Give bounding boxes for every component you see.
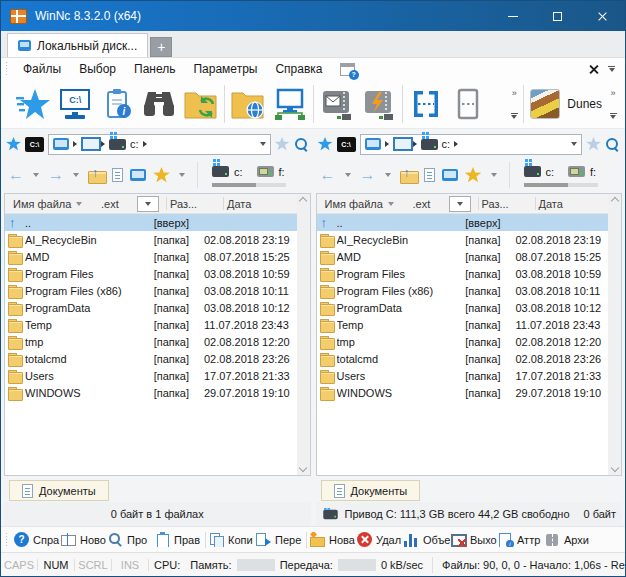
newfolder-button[interactable]: Нова [310, 532, 357, 547]
drive-c-button[interactable]: c: [208, 164, 247, 180]
archive-button[interactable]: Архи [545, 532, 592, 547]
favorites-menu-button[interactable] [465, 167, 482, 183]
vertical-scrollbar[interactable] [608, 194, 621, 475]
clipboard-info-button[interactable]: i [96, 82, 138, 126]
drive-f-button[interactable]: f: [253, 164, 289, 180]
file-row[interactable]: Temp[папка]11.07.2018 23:43 [317, 316, 609, 333]
grip-handle[interactable] [5, 87, 6, 121]
forward-button[interactable]: → [360, 167, 376, 183]
chevron-right-icon[interactable] [143, 141, 147, 147]
theme-band-overflow[interactable]: » [606, 89, 620, 119]
move-button[interactable]: Пере [256, 532, 303, 547]
back-history-dropdown[interactable] [33, 173, 39, 177]
breadcrumb[interactable]: c: [360, 134, 583, 155]
help-button[interactable]: Спра [14, 532, 61, 547]
rename-button[interactable]: Ново [61, 532, 108, 547]
file-row[interactable]: Users[папка]17.07.2018 21:33 [317, 367, 609, 384]
back-button[interactable]: ← [320, 167, 336, 183]
file-row[interactable]: Temp[папка]11.07.2018 23:43 [5, 316, 297, 333]
address-dropdown-icon[interactable] [260, 142, 266, 146]
scroll-up-icon[interactable] [299, 197, 307, 205]
back-history-dropdown[interactable] [345, 173, 351, 177]
file-row[interactable]: ProgramData[папка]03.08.2018 10:12 [317, 299, 609, 316]
file-row[interactable]: Program Files (x86)[папка]03.08.2018 10:… [317, 282, 609, 299]
menu-panel[interactable]: Панель [125, 58, 184, 80]
file-row[interactable]: AMD[папка]08.07.2018 15:25 [5, 248, 297, 265]
inner-close-icon[interactable] [589, 65, 598, 74]
document-view-button[interactable] [424, 168, 435, 182]
breadcrumb[interactable]: c: [48, 134, 271, 155]
back-button[interactable]: ← [8, 167, 24, 183]
zip-mail-button[interactable] [316, 82, 358, 126]
dos-box-icon[interactable]: C:\ [25, 137, 44, 152]
column-size[interactable]: Раз... [482, 198, 532, 210]
chevron-right-icon[interactable] [413, 141, 417, 147]
forward-button[interactable]: → [48, 167, 64, 183]
column-size[interactable]: Раз... [170, 198, 220, 210]
dos-prompt-button[interactable]: C:\ [54, 82, 96, 126]
maximize-button[interactable] [535, 1, 580, 31]
file-row[interactable]: AI_RecycleBin[папка]02.08.2018 23:19 [5, 231, 297, 248]
breadcrumb-drive[interactable]: c: [130, 138, 139, 150]
edit-button[interactable]: Прав [155, 532, 202, 547]
favorites-dropdown[interactable] [491, 173, 497, 177]
exit-button[interactable]: Выхо [451, 532, 498, 547]
attr-button[interactable]: Аттр [498, 532, 545, 547]
toolbar-band-overflow[interactable]: » [507, 89, 521, 119]
column-ext[interactable]: .ext [101, 198, 133, 210]
desktop-view-button[interactable] [130, 169, 146, 181]
file-row[interactable]: ProgramData[папка]03.08.2018 10:12 [5, 299, 297, 316]
scroll-down-icon[interactable] [299, 464, 307, 472]
documents-tab[interactable]: Документы [321, 480, 421, 501]
column-date[interactable]: Дата [539, 198, 609, 210]
scroll-up-icon[interactable] [610, 197, 618, 205]
search-icon[interactable] [294, 137, 309, 152]
file-row[interactable]: Users[папка]17.07.2018 21:33 [5, 367, 297, 384]
column-date[interactable]: Дата [227, 198, 297, 210]
split-horizontal-button[interactable] [405, 82, 447, 126]
column-select-combo[interactable] [449, 196, 471, 212]
help-window-icon[interactable] [340, 63, 355, 76]
file-row[interactable]: tmp[папка]02.08.2018 12:20 [5, 333, 297, 350]
file-row[interactable]: ..[вверх] [317, 214, 609, 231]
file-row[interactable]: AI_RecycleBin[папка]02.08.2018 23:19 [317, 231, 609, 248]
dos-box-icon[interactable]: C:\ [337, 137, 356, 152]
grip-handle[interactable] [5, 61, 8, 77]
chevron-right-icon[interactable] [385, 141, 389, 147]
file-row[interactable]: AMD[папка]08.07.2018 15:25 [317, 248, 609, 265]
close-button[interactable] [580, 1, 625, 31]
file-row[interactable]: WINDOWS[папка]29.07.2018 19:10 [5, 384, 297, 401]
favorites-button[interactable] [12, 82, 54, 126]
desktop-view-button[interactable] [442, 169, 458, 181]
add-favorite-icon[interactable] [586, 137, 601, 151]
document-view-button[interactable] [112, 168, 123, 182]
file-row[interactable]: ..[вверх] [5, 214, 297, 231]
forward-history-dropdown[interactable] [385, 173, 391, 177]
new-tab-button[interactable]: + [150, 37, 172, 57]
address-dropdown-icon[interactable] [571, 142, 577, 146]
delete-button[interactable]: Удал [357, 532, 404, 547]
folder-network-button[interactable] [227, 82, 269, 126]
file-row[interactable]: Program Files[папка]03.08.2018 10:59 [317, 265, 609, 282]
chevron-right-icon[interactable] [101, 141, 105, 147]
file-row[interactable]: WINDOWS[папка]29.07.2018 19:10 [317, 384, 609, 401]
menu-selection[interactable]: Выбор [70, 58, 125, 80]
search-icon[interactable] [605, 137, 620, 152]
split-vertical-button[interactable] [447, 82, 489, 126]
toolbar-overflow-icon[interactable] [608, 66, 615, 72]
copy-button[interactable]: Копи [209, 532, 256, 547]
view-button[interactable]: Про [108, 532, 155, 547]
drive-f-button[interactable]: f: [564, 164, 600, 180]
size-button[interactable]: Объе [404, 532, 451, 547]
minimize-button[interactable] [490, 1, 535, 31]
menu-files[interactable]: Файлы [14, 58, 70, 80]
network-computer-button[interactable] [269, 82, 311, 126]
menu-help[interactable]: Справка [266, 58, 331, 80]
add-favorite-icon[interactable] [275, 137, 290, 151]
column-ext[interactable]: .ext [413, 198, 445, 210]
favorites-menu-button[interactable] [153, 167, 170, 183]
scroll-down-icon[interactable] [610, 464, 618, 472]
folder-up-button[interactable] [400, 168, 417, 182]
file-row[interactable]: totalcmd[папка]02.08.2018 23:26 [317, 350, 609, 367]
favorites-star-icon[interactable] [318, 137, 333, 151]
